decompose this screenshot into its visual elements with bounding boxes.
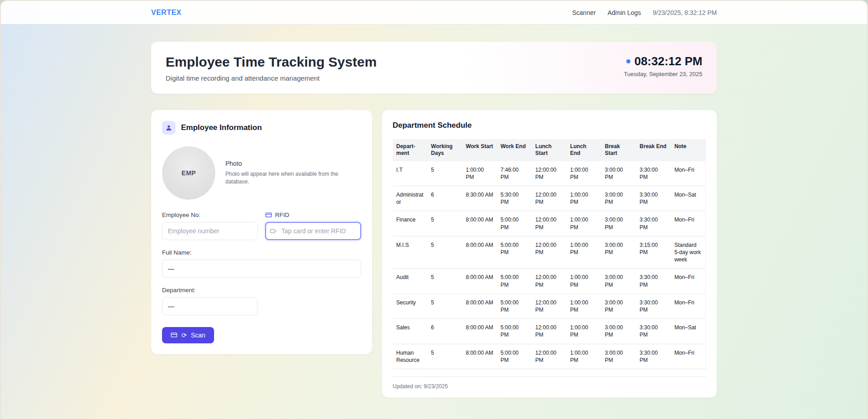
table-cell: Mon–Sat — [671, 319, 706, 344]
employee-information-card: Employee Information EMP Photo Photo wil… — [151, 110, 372, 354]
table-cell: 8:00:00 AM — [462, 319, 497, 344]
table-cell: 5:00:00 PM — [497, 319, 532, 344]
table-cell: 12:00:00 PM — [532, 236, 567, 269]
table-cell: 8:00:00 AM — [462, 269, 497, 294]
schedule-table-body: I.T51:00:00 PM7:46:00 PM12:00:00 PM1:00:… — [393, 161, 706, 369]
table-cell: Sales — [393, 319, 428, 344]
table-cell: 5:00:00 PM — [497, 269, 532, 294]
brand-logo[interactable]: VERTEX — [151, 9, 181, 17]
table-cell: 1:00:00 PM — [567, 211, 601, 236]
table-row: M.I.S58:00:00 AM5:00:00 PM12:00:00 PM1:0… — [393, 236, 706, 269]
table-cell: Mon–Fri — [671, 294, 706, 318]
table-cell: 5 — [427, 236, 462, 269]
table-cell: 3:15:00 PM — [636, 236, 671, 269]
table-cell: 3:00:00 PM — [601, 211, 636, 236]
rfid-input[interactable] — [265, 222, 361, 240]
refresh-icon: ⟳ — [181, 332, 187, 338]
table-cell: Human Resource — [393, 344, 428, 369]
page-header-card: Employee Time Tracking System Digital ti… — [151, 42, 717, 94]
rfid-tap-icon — [270, 227, 277, 234]
table-cell: I.T — [393, 161, 428, 186]
table-cell: 8:00:00 AM — [462, 236, 497, 269]
clock-date: Tuesday, September 23, 2025 — [624, 71, 702, 77]
table-cell: 8:30:00 AM — [462, 186, 497, 211]
table-column-header: Break Start — [601, 139, 636, 161]
schedule-updated: Updated on: 9/23/2025 — [393, 376, 706, 390]
table-cell: 3:30:00 PM — [636, 344, 671, 369]
table-cell: 12:00:00 PM — [532, 161, 567, 186]
employee-no-input[interactable] — [162, 222, 258, 240]
table-cell: Security — [393, 294, 428, 318]
navbar: VERTEX Scanner Admin Logs 9/23/2025, 8:3… — [1, 1, 867, 24]
table-cell: 3:00:00 PM — [601, 294, 636, 318]
table-cell: 5:00:00 PM — [497, 294, 532, 318]
table-cell: 5 — [427, 269, 462, 294]
table-cell: 5 — [427, 294, 462, 318]
table-row: Audit58:00:00 AM5:00:00 PM12:00:00 PM1:0… — [393, 269, 706, 294]
department-schedule-card: Department Schedule Depart-mentWorking D… — [382, 110, 717, 398]
table-cell: Administrator — [393, 186, 428, 211]
table-row: I.T51:00:00 PM7:46:00 PM12:00:00 PM1:00:… — [393, 161, 706, 186]
schedule-title: Department Schedule — [393, 121, 706, 130]
table-cell: 1:00:00 PM — [567, 161, 601, 186]
live-clock: 08:32:12 PM — [634, 54, 702, 68]
table-cell: 12:00:00 PM — [532, 186, 567, 211]
department-value: — — [162, 297, 258, 315]
department-label: Department: — [162, 287, 361, 294]
table-cell: 5 — [427, 161, 462, 186]
nav-timestamp: 9/23/2025, 8:32:12 PM — [653, 9, 717, 16]
nav-link-admin-logs[interactable]: Admin Logs — [607, 9, 641, 16]
table-cell: 1:00:00 PM — [567, 319, 601, 344]
scan-card-icon — [171, 332, 177, 338]
table-column-header: Work End — [497, 139, 532, 161]
table-cell: 12:00:00 PM — [532, 269, 567, 294]
table-cell: 6 — [427, 186, 462, 211]
table-column-header: Working Days — [427, 139, 462, 161]
table-cell: 5:30:00 PM — [497, 186, 532, 211]
photo-hint: Photo will appear here when available fr… — [225, 170, 339, 186]
table-cell: 1:00:00 PM — [567, 236, 601, 269]
table-cell: 3:30:00 PM — [636, 186, 671, 211]
table-header-row: Depart-mentWorking DaysWork StartWork En… — [393, 139, 706, 161]
table-column-header: Depart-ment — [393, 139, 428, 161]
table-cell: 3:00:00 PM — [601, 344, 636, 369]
table-cell: 5:00:00 PM — [497, 236, 532, 269]
table-cell: 3:00:00 PM — [601, 269, 636, 294]
scan-button[interactable]: ⟳ Scan — [162, 327, 214, 343]
table-cell: 8:00:00 AM — [462, 211, 497, 236]
table-cell: 3:30:00 PM — [636, 161, 671, 186]
rfid-label-text: RFID — [275, 212, 290, 218]
person-icon — [162, 121, 176, 135]
full-name-value: — — [162, 260, 361, 278]
employee-no-label: Employee No: — [162, 212, 258, 218]
table-cell: 8:00:00 AM — [462, 294, 497, 318]
table-row: Sales68:00:00 AM5:00:00 PM12:00:00 PM1:0… — [393, 319, 706, 344]
schedule-table: Depart-mentWorking DaysWork StartWork En… — [393, 139, 706, 369]
table-cell: 6 — [427, 319, 462, 344]
table-column-header: Note — [671, 139, 706, 161]
table-cell: Finance — [393, 211, 428, 236]
table-cell: 3:00:00 PM — [601, 319, 636, 344]
table-column-header: Work Start — [462, 139, 497, 161]
table-cell: 12:00:00 PM — [532, 211, 567, 236]
table-row: Finance58:00:00 AM5:00:00 PM12:00:00 PM1… — [393, 211, 706, 236]
rfid-label: RFID — [265, 212, 361, 218]
table-cell: 1:00:00 PM — [567, 186, 601, 211]
table-cell: 1:00:00 PM — [567, 344, 601, 369]
table-column-header: Lunch End — [567, 139, 601, 161]
table-cell: Mon–Sat — [671, 186, 706, 211]
page-subtitle: Digital time recording and attendance ma… — [166, 74, 377, 82]
table-cell: 3:00:00 PM — [601, 186, 636, 211]
nav-link-scanner[interactable]: Scanner — [572, 9, 596, 16]
table-cell: Mon–Fri — [671, 161, 706, 186]
employee-photo-placeholder: EMP — [162, 146, 215, 200]
rfid-card-icon — [265, 212, 272, 218]
photo-label: Photo — [225, 160, 339, 167]
table-row: Human Resource58:00:00 AM5:00:00 PM12:00… — [393, 344, 706, 369]
table-cell: Mon–Fri — [671, 269, 706, 294]
table-cell: 7:46:00 PM — [497, 161, 532, 186]
table-cell: M.I.S — [393, 236, 428, 269]
table-column-header: Lunch Start — [532, 139, 567, 161]
table-cell: 5:00:00 PM — [497, 344, 532, 369]
table-cell: Mon–Fri — [671, 344, 706, 369]
